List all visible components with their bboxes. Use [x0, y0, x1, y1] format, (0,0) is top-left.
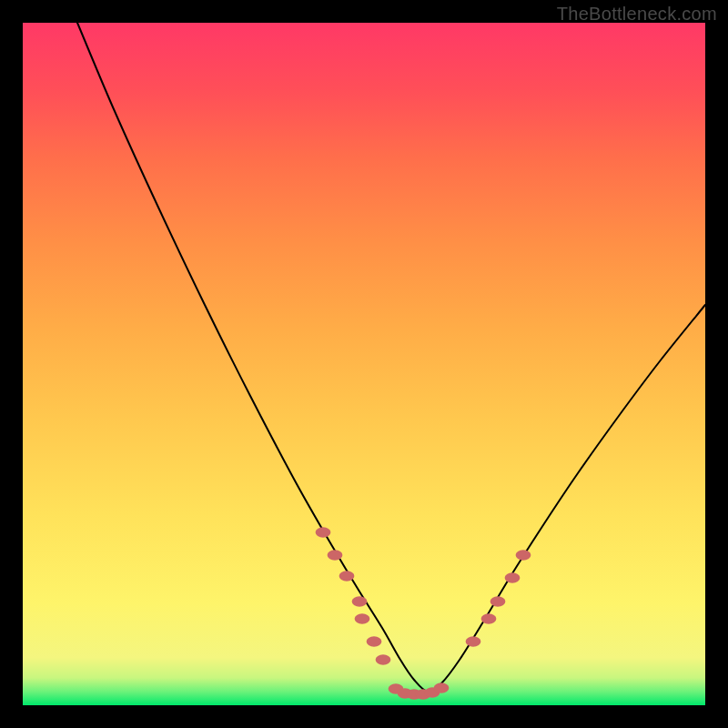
data-dot	[505, 572, 521, 582]
data-dot	[339, 571, 355, 581]
data-dot	[466, 636, 481, 646]
data-dot	[516, 550, 531, 560]
data-dots-group	[316, 527, 531, 699]
chart-plot-area	[23, 23, 705, 705]
data-dot	[481, 613, 497, 623]
watermark-text: TheBottleneck.com	[557, 4, 717, 25]
data-dot	[376, 654, 391, 664]
data-dot	[367, 636, 382, 646]
data-dot	[352, 596, 368, 606]
data-dot	[355, 613, 370, 623]
data-dot	[434, 682, 450, 693]
data-dot	[316, 527, 331, 537]
outer-frame: TheBottleneck.com	[0, 0, 728, 728]
data-dot	[490, 596, 506, 606]
chart-svg	[23, 23, 705, 705]
bottleneck-curve	[77, 23, 705, 692]
data-dot	[328, 550, 343, 560]
